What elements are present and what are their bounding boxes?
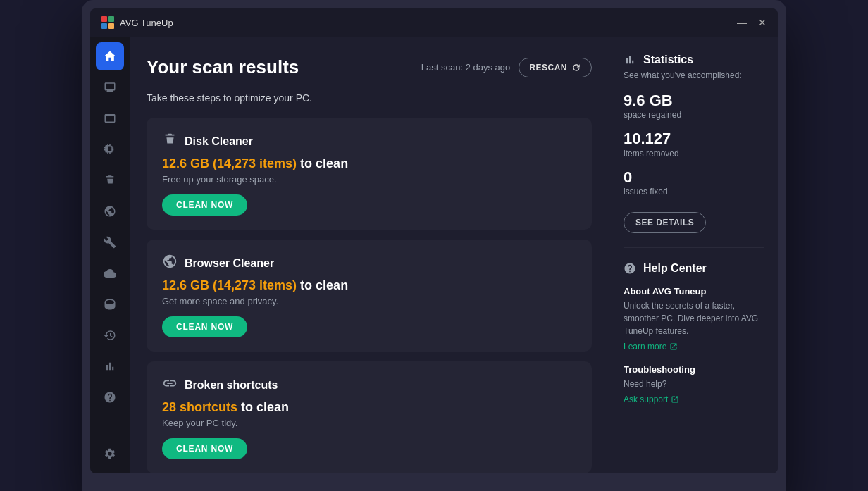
app-body: Your scan results Last scan: 2 days ago … — [90, 37, 778, 473]
sidebar-item-stats[interactable] — [96, 352, 124, 380]
stat-items-removed: 10.127 items removed — [624, 130, 764, 158]
chip-icon — [104, 143, 116, 156]
stat-space-regained: 9.6 GB space regained — [624, 92, 764, 120]
stats-icon — [104, 360, 116, 373]
disk-cleaner-amount: 12.6 GB (14,273 items) to clean — [162, 156, 576, 171]
browser-cleaner-button[interactable]: CLEAN NOW — [162, 316, 247, 337]
laptop-screen: AVG TuneUp — ✕ — [90, 8, 778, 473]
help-panel-icon — [624, 262, 636, 275]
stats-header: Statistics — [624, 54, 764, 66]
help-troubleshooting-title: Troubleshooting — [624, 364, 764, 375]
disk-cleaner-title: Disk Cleaner — [185, 135, 253, 148]
sidebar-item-boost[interactable] — [96, 259, 124, 287]
minimize-button[interactable]: — — [737, 17, 747, 28]
globe-icon — [104, 205, 116, 218]
page-header: Your scan results Last scan: 2 days ago … — [147, 56, 592, 78]
help-about-desc: Unlock the secrets of a faster, smoother… — [624, 299, 764, 337]
browser-cleaner-icon — [162, 254, 178, 273]
stat-space-label: space regained — [624, 110, 764, 120]
svg-rect-2 — [101, 23, 107, 29]
broken-shortcuts-header: Broken shortcuts — [162, 375, 576, 394]
disk-cleaner-header: Disk Cleaner — [162, 132, 576, 151]
svg-rect-0 — [101, 16, 107, 22]
sidebar-item-history[interactable] — [96, 321, 124, 349]
stat-issues-value: 0 — [624, 168, 764, 187]
svg-rect-1 — [108, 16, 114, 22]
stats-title: Statistics — [643, 54, 693, 66]
browser-cleaner-desc: Get more space and privacy. — [162, 296, 576, 306]
stat-items-label: items removed — [624, 149, 764, 159]
title-bar: AVG TuneUp — ✕ — [90, 8, 778, 37]
ask-support-link[interactable]: Ask support — [624, 394, 764, 404]
data-icon — [104, 298, 116, 311]
rescan-icon — [571, 63, 581, 73]
boost-icon — [104, 267, 116, 280]
close-button[interactable]: ✕ — [758, 17, 767, 28]
disk-cleaner-desc: Free up your storage space. — [162, 174, 576, 185]
sidebar-item-globe[interactable] — [96, 197, 124, 225]
sidebar-item-cleaner[interactable] — [96, 166, 124, 194]
sidebar-item-browser[interactable] — [96, 104, 124, 132]
browser-cleaner-header: Browser Cleaner — [162, 254, 576, 273]
broken-shortcuts-amount: 28 shortcuts to clean — [162, 400, 576, 415]
external-link-support-icon — [671, 395, 679, 404]
help-about-title: About AVG Tuneup — [624, 286, 764, 297]
external-link-icon — [669, 342, 678, 351]
right-panel: Statistics See what you've accomplished:… — [609, 37, 778, 473]
sidebar-item-help[interactable] — [96, 383, 124, 411]
settings-icon — [104, 447, 116, 460]
title-bar-controls: — ✕ — [737, 17, 767, 28]
stats-panel-icon — [624, 54, 636, 66]
stats-subtitle: See what you've accomplished: — [624, 70, 764, 80]
sidebar-item-chip[interactable] — [96, 135, 124, 163]
disk-cleaner-card: Disk Cleaner 12.6 GB (14,273 items) to c… — [147, 118, 592, 230]
disk-cleaner-button[interactable]: CLEAN NOW — [162, 194, 247, 216]
laptop-wrapper: AVG TuneUp — ✕ — [82, 0, 786, 491]
rescan-label: RESCAN — [529, 63, 567, 73]
help-item-about: About AVG Tuneup Unlock the secrets of a… — [624, 286, 764, 352]
sidebar-item-tools[interactable] — [96, 228, 124, 256]
stat-space-value: 9.6 GB — [624, 92, 764, 110]
help-nav-icon — [104, 391, 116, 404]
stat-issues-fixed: 0 issues fixed — [624, 168, 764, 197]
app-title: AVG TuneUp — [120, 18, 173, 28]
help-item-troubleshooting: Troubleshooting Need help? Ask support — [624, 364, 764, 404]
browser-cleaner-title: Browser Cleaner — [185, 257, 274, 270]
last-scan-text: Last scan: 2 days ago — [421, 62, 510, 73]
broken-shortcuts-button[interactable]: CLEAN NOW — [162, 438, 247, 459]
broken-shortcuts-icon — [162, 375, 178, 394]
broken-shortcuts-desc: Keep your PC tidy. — [162, 418, 576, 428]
main-content: Your scan results Last scan: 2 days ago … — [130, 37, 609, 473]
tools-icon — [104, 236, 116, 249]
browser-cleaner-amount: 12.6 GB (14,273 items) to clean — [162, 278, 576, 293]
cards-container: Disk Cleaner 12.6 GB (14,273 items) to c… — [147, 118, 592, 473]
sidebar-item-home[interactable] — [96, 42, 124, 70]
help-title: Help Center — [643, 262, 707, 275]
svg-rect-3 — [108, 23, 114, 29]
avg-logo — [101, 16, 114, 29]
sidebar-item-data[interactable] — [96, 290, 124, 318]
subtitle: Take these steps to optimize your PC. — [147, 92, 592, 104]
page-title: Your scan results — [147, 56, 299, 78]
stats-section: Statistics See what you've accomplished:… — [624, 54, 764, 233]
stat-issues-label: issues fixed — [624, 187, 764, 197]
header-right: Last scan: 2 days ago RESCAN — [421, 58, 592, 77]
sidebar — [90, 37, 130, 473]
browser-nav-icon — [104, 112, 116, 125]
panel-divider — [624, 247, 764, 248]
rescan-button[interactable]: RESCAN — [519, 58, 592, 77]
computer-icon — [104, 81, 116, 94]
history-icon — [104, 329, 116, 342]
see-details-button[interactable]: SEE DETAILS — [624, 212, 706, 233]
broken-shortcuts-title: Broken shortcuts — [185, 379, 278, 392]
title-bar-left: AVG TuneUp — [101, 16, 173, 29]
sidebar-item-computer[interactable] — [96, 73, 124, 101]
disk-cleaner-icon — [162, 132, 178, 151]
help-troubleshooting-desc: Need help? — [624, 378, 764, 390]
home-icon — [103, 49, 117, 63]
help-section: Help Center About AVG Tuneup Unlock the … — [624, 262, 764, 404]
stat-items-value: 10.127 — [624, 130, 764, 148]
sidebar-item-settings[interactable] — [96, 440, 124, 468]
broken-shortcuts-card: Broken shortcuts 28 shortcuts to clean K… — [147, 361, 592, 473]
learn-more-link[interactable]: Learn more — [624, 342, 764, 352]
